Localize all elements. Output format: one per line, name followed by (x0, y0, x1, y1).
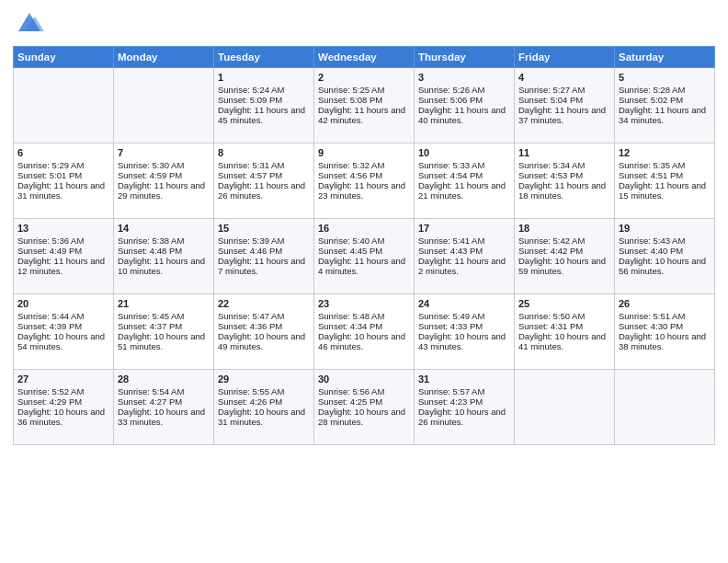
day-info: Sunset: 4:33 PM (418, 321, 510, 331)
day-info: Sunrise: 5:44 AM (17, 311, 109, 321)
day-info: Sunset: 5:09 PM (218, 95, 310, 105)
calendar-cell: 31Sunrise: 5:57 AMSunset: 4:23 PMDayligh… (415, 370, 515, 445)
day-number: 2 (318, 72, 410, 83)
day-info: Daylight: 11 hours and 45 minutes. (218, 105, 310, 125)
day-header-tuesday: Tuesday (214, 47, 314, 68)
calendar-cell (515, 370, 615, 445)
logo (13, 13, 44, 39)
day-info: Sunrise: 5:34 AM (518, 160, 610, 170)
day-number: 16 (318, 223, 410, 234)
calendar-cell: 23Sunrise: 5:48 AMSunset: 4:34 PMDayligh… (314, 294, 415, 370)
day-info: Daylight: 11 hours and 37 minutes. (518, 105, 610, 125)
day-number: 27 (17, 373, 109, 385)
day-info: Daylight: 11 hours and 23 minutes. (318, 180, 410, 201)
calendar-cell: 21Sunrise: 5:45 AMSunset: 4:37 PMDayligh… (114, 294, 214, 370)
calendar-cell: 10Sunrise: 5:33 AMSunset: 4:54 PMDayligh… (415, 144, 515, 219)
day-info: Sunset: 4:40 PM (619, 246, 711, 256)
day-header-monday: Monday (114, 47, 214, 68)
logo-icon (15, 9, 44, 39)
day-info: Daylight: 11 hours and 15 minutes. (619, 180, 711, 201)
day-header-wednesday: Wednesday (314, 47, 415, 68)
day-info: Sunset: 4:31 PM (518, 321, 610, 331)
day-info: Daylight: 11 hours and 26 minutes. (218, 180, 310, 201)
week-row-3: 13Sunrise: 5:36 AMSunset: 4:49 PMDayligh… (14, 219, 715, 294)
day-number: 31 (418, 373, 510, 385)
calendar-cell: 3Sunrise: 5:26 AMSunset: 5:06 PMDaylight… (415, 68, 515, 144)
week-row-4: 20Sunrise: 5:44 AMSunset: 4:39 PMDayligh… (14, 294, 715, 370)
day-info: Sunrise: 5:47 AM (218, 311, 310, 321)
calendar-cell: 15Sunrise: 5:39 AMSunset: 4:46 PMDayligh… (214, 219, 314, 294)
calendar-cell: 12Sunrise: 5:35 AMSunset: 4:51 PMDayligh… (615, 144, 715, 219)
day-info: Sunrise: 5:36 AM (17, 236, 109, 246)
calendar-cell: 19Sunrise: 5:43 AMSunset: 4:40 PMDayligh… (615, 219, 715, 294)
day-info: Daylight: 10 hours and 46 minutes. (318, 331, 410, 351)
day-info: Sunrise: 5:56 AM (318, 386, 410, 396)
day-info: Sunset: 4:48 PM (118, 246, 210, 256)
week-row-5: 27Sunrise: 5:52 AMSunset: 4:29 PMDayligh… (14, 370, 715, 445)
day-info: Sunrise: 5:48 AM (318, 311, 410, 321)
day-info: Sunrise: 5:24 AM (218, 85, 310, 95)
day-info: Sunrise: 5:31 AM (218, 160, 310, 170)
day-info: Sunset: 4:36 PM (218, 321, 310, 331)
calendar-cell: 17Sunrise: 5:41 AMSunset: 4:43 PMDayligh… (415, 219, 515, 294)
day-info: Daylight: 10 hours and 31 minutes. (218, 407, 310, 427)
calendar-cell: 1Sunrise: 5:24 AMSunset: 5:09 PMDaylight… (214, 68, 314, 144)
day-number: 28 (118, 373, 210, 385)
day-number: 6 (17, 147, 109, 158)
day-info: Sunrise: 5:52 AM (17, 386, 109, 396)
day-info: Daylight: 11 hours and 18 minutes. (518, 180, 610, 201)
day-info: Sunrise: 5:49 AM (418, 311, 510, 321)
calendar-cell: 8Sunrise: 5:31 AMSunset: 4:57 PMDaylight… (214, 144, 314, 219)
day-info: Sunrise: 5:51 AM (619, 311, 711, 321)
calendar-cell: 6Sunrise: 5:29 AMSunset: 5:01 PMDaylight… (14, 144, 114, 219)
calendar-cell: 14Sunrise: 5:38 AMSunset: 4:48 PMDayligh… (114, 219, 214, 294)
day-number: 7 (118, 147, 210, 158)
day-info: Daylight: 11 hours and 12 minutes. (17, 256, 109, 276)
day-info: Sunset: 5:04 PM (518, 95, 610, 105)
calendar-cell: 7Sunrise: 5:30 AMSunset: 4:59 PMDaylight… (114, 144, 214, 219)
day-number: 4 (518, 72, 610, 83)
day-info: Sunrise: 5:26 AM (418, 85, 510, 95)
day-info: Sunset: 4:54 PM (418, 170, 510, 180)
day-info: Sunrise: 5:50 AM (518, 311, 610, 321)
day-info: Daylight: 10 hours and 26 minutes. (418, 407, 510, 427)
day-header-friday: Friday (515, 47, 615, 68)
calendar-cell: 20Sunrise: 5:44 AMSunset: 4:39 PMDayligh… (14, 294, 114, 370)
day-number: 18 (518, 223, 610, 234)
day-info: Sunrise: 5:57 AM (418, 386, 510, 396)
day-info: Daylight: 11 hours and 2 minutes. (418, 256, 510, 276)
day-number: 24 (418, 298, 510, 309)
day-info: Sunset: 4:25 PM (318, 396, 410, 407)
page-container: SundayMondayTuesdayWednesdayThursdayFrid… (0, 0, 728, 563)
day-info: Sunset: 4:23 PM (418, 396, 510, 407)
calendar-cell: 11Sunrise: 5:34 AMSunset: 4:53 PMDayligh… (515, 144, 615, 219)
day-number: 3 (418, 72, 510, 83)
day-number: 14 (118, 223, 210, 234)
day-info: Sunset: 5:01 PM (17, 170, 109, 180)
calendar-cell: 18Sunrise: 5:42 AMSunset: 4:42 PMDayligh… (515, 219, 615, 294)
calendar-cell: 27Sunrise: 5:52 AMSunset: 4:29 PMDayligh… (14, 370, 114, 445)
day-info: Sunrise: 5:38 AM (118, 236, 210, 246)
day-info: Sunset: 4:46 PM (218, 246, 310, 256)
day-info: Sunset: 4:29 PM (17, 396, 109, 407)
day-number: 5 (619, 72, 711, 83)
calendar-cell: 9Sunrise: 5:32 AMSunset: 4:56 PMDaylight… (314, 144, 415, 219)
day-info: Daylight: 10 hours and 38 minutes. (619, 331, 711, 351)
day-info: Sunset: 4:49 PM (17, 246, 109, 256)
day-info: Daylight: 10 hours and 41 minutes. (518, 331, 610, 351)
day-info: Sunrise: 5:33 AM (418, 160, 510, 170)
calendar-cell: 2Sunrise: 5:25 AMSunset: 5:08 PMDaylight… (314, 68, 415, 144)
day-info: Sunset: 4:51 PM (619, 170, 711, 180)
day-info: Daylight: 10 hours and 59 minutes. (518, 256, 610, 276)
week-row-2: 6Sunrise: 5:29 AMSunset: 5:01 PMDaylight… (14, 144, 715, 219)
day-number: 23 (318, 298, 410, 309)
day-info: Sunrise: 5:45 AM (118, 311, 210, 321)
calendar-cell: 4Sunrise: 5:27 AMSunset: 5:04 PMDaylight… (515, 68, 615, 144)
day-info: Daylight: 10 hours and 33 minutes. (118, 407, 210, 427)
day-info: Daylight: 11 hours and 40 minutes. (418, 105, 510, 125)
day-number: 20 (17, 298, 109, 309)
calendar-cell: 26Sunrise: 5:51 AMSunset: 4:30 PMDayligh… (615, 294, 715, 370)
day-info: Sunset: 5:02 PM (619, 95, 711, 105)
day-info: Daylight: 10 hours and 51 minutes. (118, 331, 210, 351)
day-number: 26 (619, 298, 711, 309)
